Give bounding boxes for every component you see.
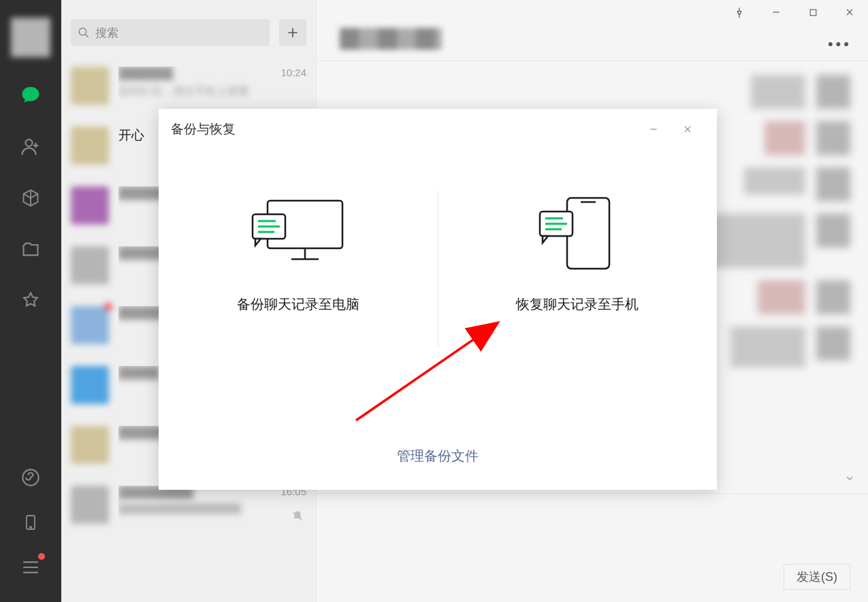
moments-icon[interactable]: [20, 291, 41, 312]
add-button[interactable]: [279, 19, 306, 46]
pc-icon: [247, 190, 349, 279]
minimize-icon[interactable]: [758, 0, 794, 24]
window-controls: [721, 0, 868, 24]
message-bubble: [765, 121, 805, 155]
restore-to-phone-option[interactable]: 恢复聊天记录至手机: [438, 190, 718, 422]
chat-preview: 收到红包，请在手机上查看: [118, 84, 306, 99]
chat-title-main: [340, 28, 442, 50]
mute-icon: [291, 510, 304, 525]
search-input[interactable]: 搜索: [71, 19, 270, 46]
chats-icon[interactable]: [20, 84, 41, 105]
modal-body: 备份聊天记录至电脑 恢复聊天记录至手机: [159, 150, 717, 422]
chat-avatar: [71, 246, 109, 284]
files-icon[interactable]: [20, 239, 41, 260]
chat-title: [118, 366, 159, 380]
chat-time: 10:24: [280, 67, 306, 80]
svg-point-0: [26, 139, 33, 146]
chat-avatar: [71, 366, 109, 404]
collection-icon[interactable]: [20, 188, 41, 208]
message-bubble: [710, 214, 805, 268]
message-bubble: [758, 280, 805, 314]
chat-avatar: [71, 127, 109, 165]
message-bubble: [744, 167, 805, 195]
maximize-icon[interactable]: [794, 0, 831, 24]
close-icon[interactable]: [831, 0, 868, 24]
message-avatar: [816, 121, 850, 155]
svg-point-4: [79, 28, 86, 35]
nav-sidebar: [0, 0, 61, 602]
chat-avatar: [71, 67, 109, 105]
modal-footer: 管理备份文件: [159, 422, 717, 490]
search-row: 搜索: [61, 0, 316, 56]
modal-minimize-icon[interactable]: [637, 116, 671, 143]
chat-avatar: [71, 306, 109, 344]
pin-icon[interactable]: [721, 0, 758, 24]
notification-dot: [38, 553, 45, 560]
send-button[interactable]: 发送(S): [784, 564, 850, 590]
chat-avatar: [71, 486, 109, 524]
menu-icon[interactable]: [20, 557, 41, 578]
modal-title: 备份与恢复: [171, 120, 236, 138]
contacts-icon[interactable]: [20, 136, 41, 156]
chat-title: [118, 67, 173, 80]
chat-avatar: [71, 426, 109, 464]
chat-avatar: [71, 186, 109, 224]
svg-rect-8: [567, 198, 609, 269]
message-avatar: [816, 167, 850, 201]
modal-header: 备份与恢复: [159, 109, 717, 150]
chat-title: 开心: [118, 127, 144, 144]
message-avatar: [816, 75, 850, 109]
manage-backup-link[interactable]: 管理备份文件: [397, 447, 479, 465]
chat-item[interactable]: 10:24 收到红包，请在手机上查看: [61, 56, 316, 116]
message-avatar: [816, 327, 850, 361]
phone-icon[interactable]: [20, 512, 41, 533]
message-bubble: [730, 327, 805, 367]
restore-label: 恢复聊天记录至手机: [516, 295, 639, 314]
scroll-down-icon[interactable]: ⌄: [843, 467, 856, 484]
mini-program-icon[interactable]: [20, 467, 41, 488]
message-avatar: [816, 214, 850, 248]
chat-preview: [118, 503, 241, 514]
message-avatar: [816, 280, 850, 314]
more-icon[interactable]: •••: [828, 35, 852, 53]
message-row: [334, 75, 850, 109]
backup-to-pc-option[interactable]: 备份聊天记录至电脑: [159, 190, 438, 422]
input-area[interactable]: ⌄ 发送(S): [317, 493, 868, 602]
backup-label: 备份聊天记录至电脑: [237, 295, 359, 314]
modal-close-icon[interactable]: [671, 116, 705, 143]
message-bubble: [751, 75, 805, 109]
svg-rect-5: [810, 10, 816, 16]
svg-point-3: [30, 526, 31, 528]
search-placeholder: 搜索: [95, 25, 118, 41]
unread-dot: [104, 303, 112, 311]
backup-restore-modal: 备份与恢复 备份聊天记录至电脑: [159, 109, 717, 490]
phone-restore-icon: [533, 190, 622, 279]
user-avatar[interactable]: [11, 18, 50, 57]
